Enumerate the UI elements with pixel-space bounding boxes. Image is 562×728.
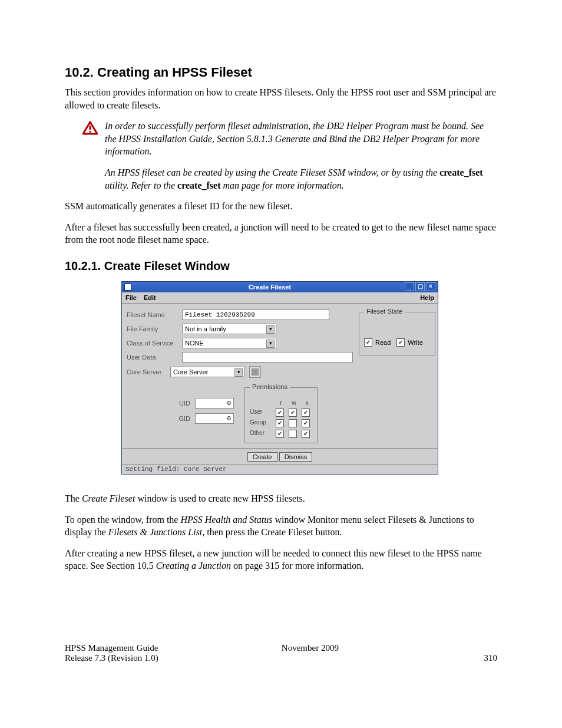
p2-em2: Filesets & Junctions List, [108, 527, 205, 537]
menu-edit[interactable]: Edit [144, 294, 156, 301]
create-fileset-window: Create Fileset _ ▢ × File Edit Help File… [121, 281, 438, 475]
close-button[interactable]: × [426, 282, 435, 291]
section-heading: 10.2. Creating an HPSS Fileset [65, 65, 497, 80]
perm-col-x: x [302, 400, 312, 406]
post-fig-p3: After creating a new HPSS fileset, a new… [65, 547, 497, 572]
input-fileset-name[interactable]: Fileset 1262935299 [182, 309, 329, 320]
footer-guide: HPSS Management Guide [65, 643, 158, 653]
p1-em: Create Fileset [82, 493, 135, 503]
perm-row-user: User [250, 409, 273, 417]
label-uid: UID [174, 400, 190, 407]
note2-util2: create_fset [177, 180, 220, 190]
perm-col-w: w [289, 400, 299, 406]
label-cos: Class of Service [127, 340, 177, 347]
permissions-group: Permissions r w x User ✔ ✔ ✔ Group ✔ ✔ [244, 387, 318, 443]
page-footer: HPSS Management Guide Release 7.3 (Revis… [65, 643, 497, 663]
checkbox-other-r[interactable]: ✔ [276, 430, 284, 438]
label-write: Write [408, 339, 422, 346]
perm-col-r: r [276, 400, 286, 406]
label-read: Read [375, 339, 391, 346]
checkbox-other-x[interactable]: ✔ [302, 430, 310, 438]
chevron-down-icon[interactable]: ▾ [234, 368, 243, 377]
checkbox-group-r[interactable]: ✔ [276, 419, 284, 427]
perm-row-group: Group [250, 419, 273, 427]
info-note: An HPSS fileset can be created by using … [105, 166, 497, 192]
label-core-server: Core Server [127, 368, 166, 375]
para-ssm: SSM automatically generates a fileset ID… [65, 200, 497, 213]
checkbox-group-x[interactable]: ✔ [302, 419, 310, 427]
p2-em1: HPSS Health and Status [180, 515, 272, 525]
statusbar: Setting field: Core Server [122, 464, 438, 474]
permissions-legend: Permissions [250, 383, 290, 390]
label-fileset-name: Fileset Name [127, 311, 177, 318]
p3-post: on page 315 for more information. [231, 561, 363, 571]
p2-post: then press the Create Fileset button. [204, 527, 342, 537]
checkbox-user-w[interactable]: ✔ [289, 409, 297, 417]
p2-pre: To open the window, from the [65, 515, 180, 525]
combo-file-family-value: Not in a family [185, 324, 226, 334]
checkbox-read[interactable]: ✔ [364, 338, 372, 347]
subsection-heading: 10.2.1. Create Fileset Window [65, 259, 497, 273]
checkbox-group-w[interactable] [289, 419, 297, 427]
combo-cos-value: NONE [185, 338, 204, 348]
checkbox-user-r[interactable]: ✔ [276, 409, 284, 417]
note2-util1: create_fset [439, 167, 482, 177]
combo-cos[interactable]: NONE ▾ [182, 338, 276, 348]
footer-page: 310 [462, 653, 497, 663]
input-uid[interactable]: 0 [195, 398, 234, 409]
p3-em: Creating a Junction [156, 561, 231, 571]
warning-text: In order to successfully perform fileset… [105, 120, 497, 158]
system-menu-icon[interactable] [124, 284, 131, 291]
checkbox-other-w[interactable] [289, 430, 297, 438]
input-gid[interactable]: 0 [195, 413, 234, 424]
section-intro: This section provides information on how… [65, 86, 497, 111]
footer-date: November 2009 [158, 643, 462, 653]
note2-mid: utility. Refer to the [105, 180, 177, 190]
server-details-button[interactable] [249, 366, 261, 378]
post-fig-p1: The Create Fileset window is used to cre… [65, 492, 497, 505]
combo-core-server-value: Core Server [173, 367, 208, 377]
note2-pre: An HPSS fileset can be created by using … [105, 167, 439, 177]
combo-file-family[interactable]: Not in a family ▾ [182, 324, 276, 334]
chevron-down-icon[interactable]: ▾ [266, 340, 275, 348]
p1-post: window is used to create new HPSS filese… [135, 493, 305, 503]
combo-core-server[interactable]: Core Server ▾ [170, 367, 244, 377]
fileset-state-legend: Fileset State [364, 308, 405, 315]
footer-release: Release 7.3 (Revision 1.0) [65, 653, 158, 663]
maximize-button[interactable]: ▢ [415, 282, 425, 291]
minimize-button[interactable]: _ [405, 282, 414, 291]
note2-post: man page for more information. [221, 180, 344, 190]
svg-point-2 [89, 131, 91, 133]
warning-icon [82, 121, 98, 135]
label-user-data: User Data [127, 354, 177, 361]
checkbox-user-x[interactable]: ✔ [302, 409, 310, 417]
chevron-down-icon[interactable]: ▾ [266, 325, 275, 334]
fileset-state-group: Fileset State ✔ Read ✔ Write [359, 312, 435, 355]
post-fig-p2: To open the window, from the HPSS Health… [65, 513, 497, 539]
warning-note: In order to successfully perform fileset… [82, 120, 497, 158]
para-junction: After a fileset has successfully been cr… [65, 221, 497, 246]
window-title: Create Fileset [135, 284, 405, 291]
create-button[interactable]: Create [247, 452, 277, 462]
input-user-data[interactable] [182, 352, 353, 363]
perm-row-other: Other [250, 430, 273, 438]
menu-help[interactable]: Help [420, 294, 434, 301]
checkbox-write[interactable]: ✔ [396, 338, 405, 347]
p1-pre: The [65, 493, 82, 503]
titlebar[interactable]: Create Fileset _ ▢ × [122, 282, 438, 292]
label-file-family: File Family [127, 325, 177, 332]
menu-file[interactable]: File [125, 294, 137, 301]
dismiss-button[interactable]: Dismiss [279, 452, 313, 462]
label-gid: GID [174, 415, 190, 422]
menubar: File Edit Help [122, 292, 438, 304]
